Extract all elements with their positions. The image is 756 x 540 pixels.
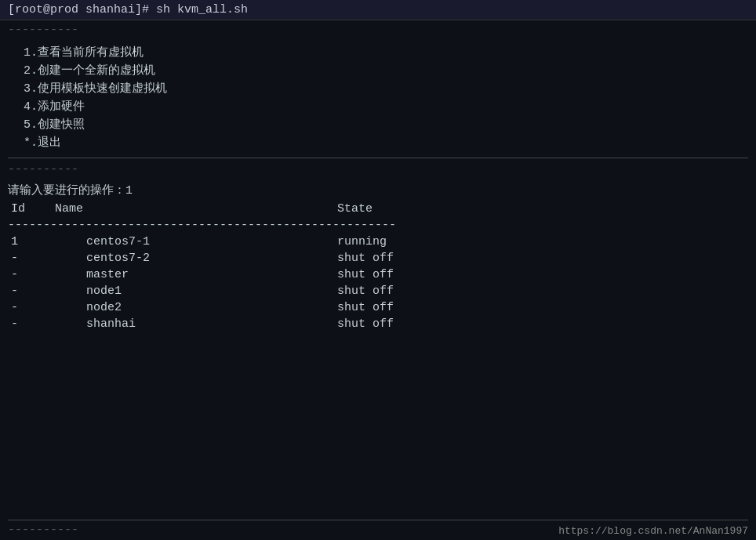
watermark: https://blog.csdn.net/AnNan1997 bbox=[558, 525, 748, 537]
row-name-3: master bbox=[55, 268, 337, 281]
bottom-content: ---------- https://blog.csdn.net/AnNan19… bbox=[8, 524, 748, 537]
bottom-section: ---------- https://blog.csdn.net/AnNan19… bbox=[0, 516, 756, 540]
menu-section: 1.查看当前所有虚拟机 2.创建一个全新的虚拟机 3.使用模板快速创建虚拟机 4… bbox=[8, 37, 748, 154]
row-state-2: shut off bbox=[337, 252, 494, 265]
row-name-4: node1 bbox=[55, 284, 337, 298]
menu-item-exit: *.退出 bbox=[8, 133, 748, 151]
row-name-2: centos7-2 bbox=[55, 252, 337, 265]
row-name-6: shanhai bbox=[55, 317, 337, 331]
row-state-6: shut off bbox=[337, 317, 494, 331]
col-header-state: State bbox=[337, 202, 494, 216]
vm-table: Id Name State --------------------------… bbox=[8, 201, 748, 332]
table-header: Id Name State bbox=[8, 201, 748, 217]
table-row: - centos7-2 shut off bbox=[8, 250, 748, 266]
col-header-id: Id bbox=[8, 202, 55, 216]
col-header-name: Name bbox=[55, 202, 337, 216]
table-row: - node1 shut off bbox=[8, 283, 748, 299]
row-id-4: - bbox=[8, 284, 55, 298]
menu-item-4: 4.添加硬件 bbox=[8, 97, 748, 115]
menu-item-3: 3.使用模板快速创建虚拟机 bbox=[8, 79, 748, 97]
terminal: [root@prod shanhai]# sh kvm_all.sh -----… bbox=[0, 0, 756, 540]
menu-item-1: 1.查看当前所有虚拟机 bbox=[8, 43, 748, 61]
row-state-3: shut off bbox=[337, 268, 494, 281]
menu-item-2: 2.创建一个全新的虚拟机 bbox=[8, 61, 748, 79]
table-row: - shanhai shut off bbox=[8, 316, 748, 332]
row-state-1: running bbox=[337, 235, 494, 248]
row-id-1: 1 bbox=[8, 235, 55, 248]
shell-command: [root@prod shanhai]# sh kvm_all.sh bbox=[8, 3, 248, 16]
table-row: 1 centos7-1 running bbox=[8, 234, 748, 250]
row-name-1: centos7-1 bbox=[55, 235, 337, 248]
top-divider-short: ---------- bbox=[8, 24, 78, 37]
row-name-5: node2 bbox=[55, 301, 337, 314]
bottom-divider-short: ---------- bbox=[8, 524, 78, 537]
terminal-content: ---------- 1.查看当前所有虚拟机 2.创建一个全新的虚拟机 3.使用… bbox=[0, 20, 756, 332]
menu-item-5: 5.创建快照 bbox=[8, 115, 748, 133]
mid-divider-short: ---------- bbox=[8, 163, 78, 176]
row-state-4: shut off bbox=[337, 284, 494, 298]
table-row: - master shut off bbox=[8, 266, 748, 283]
row-id-2: - bbox=[8, 252, 55, 265]
command-line: [root@prod shanhai]# sh kvm_all.sh bbox=[0, 0, 756, 20]
row-id-6: - bbox=[8, 317, 55, 331]
row-id-3: - bbox=[8, 268, 55, 281]
row-id-5: - bbox=[8, 301, 55, 314]
prompt-line: 请输入要进行的操作：1 bbox=[8, 178, 748, 201]
bottom-divider-line bbox=[8, 520, 748, 520]
menu-divider bbox=[8, 158, 748, 158]
row-state-5: shut off bbox=[337, 301, 494, 314]
table-row: - node2 shut off bbox=[8, 299, 748, 316]
table-separator: ----------------------------------------… bbox=[8, 217, 748, 234]
